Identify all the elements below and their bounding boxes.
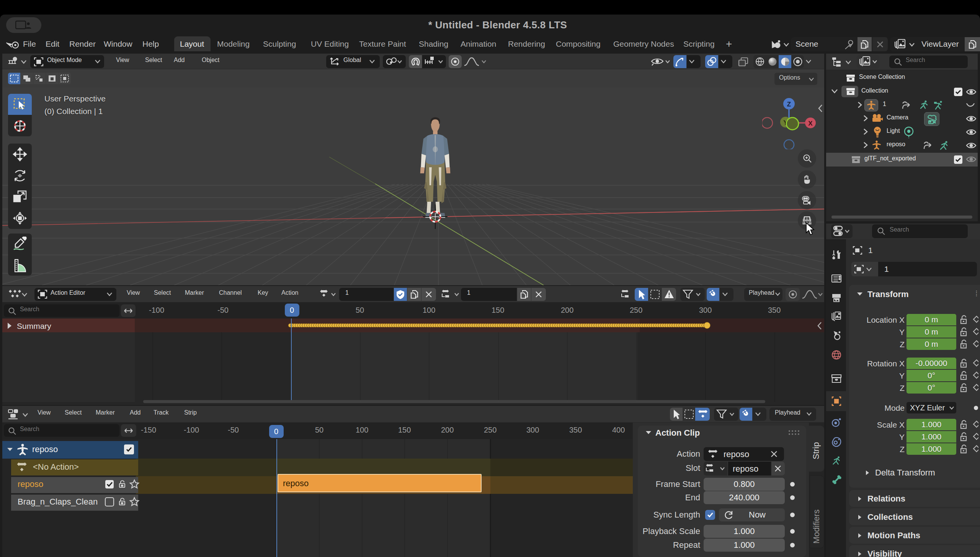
- svg-text:Z: Z: [787, 101, 791, 108]
- svg-text:X: X: [808, 120, 813, 127]
